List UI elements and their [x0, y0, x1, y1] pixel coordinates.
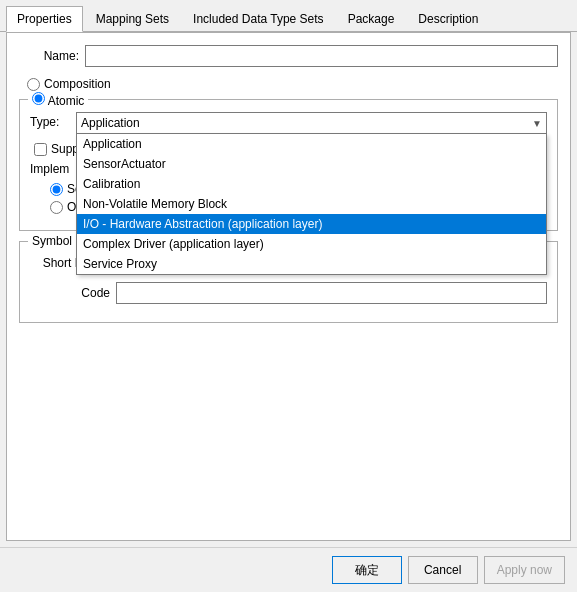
type-selected-value: Application [81, 116, 140, 130]
dropdown-item-service-proxy[interactable]: Service Proxy [77, 254, 546, 274]
dropdown-item-sensor-actuator[interactable]: SensorActuator [77, 154, 546, 174]
dropdown-arrow-icon: ▼ [532, 118, 542, 129]
composition-radio[interactable] [27, 78, 40, 91]
name-input[interactable] [85, 45, 558, 67]
tab-included-data-type-sets[interactable]: Included Data Type Sets [182, 6, 335, 31]
tab-package[interactable]: Package [337, 6, 406, 31]
atomic-label: Atomic [48, 94, 85, 108]
tab-mapping-sets[interactable]: Mapping Sets [85, 6, 180, 31]
atomic-group: Atomic Type: Application ▼ Application S… [19, 99, 558, 231]
name-label: Name: [19, 49, 79, 63]
type-dropdown[interactable]: Application ▼ [76, 112, 547, 134]
apply-button[interactable]: Apply now [484, 556, 565, 584]
type-label: Type: [30, 112, 70, 129]
type-dropdown-container: Application ▼ Application SensorActuator… [76, 112, 547, 134]
footer: 确定 Cancel Apply now [0, 547, 577, 592]
tab-description[interactable]: Description [407, 6, 489, 31]
name-row: Name: [19, 45, 558, 67]
type-dropdown-list: Application SensorActuator Calibration N… [76, 134, 547, 275]
code-row: Code [30, 282, 547, 304]
confirm-button[interactable]: 确定 [332, 556, 402, 584]
symbol-group-title: Symbol [28, 234, 76, 248]
tab-bar: Properties Mapping Sets Included Data Ty… [0, 0, 577, 32]
dropdown-item-calibration[interactable]: Calibration [77, 174, 546, 194]
impl-label: Implem [30, 162, 69, 176]
composition-radio-row: Composition [27, 77, 558, 91]
object-code-radio[interactable] [50, 201, 63, 214]
atomic-group-title: Atomic [28, 92, 88, 108]
code-input[interactable] [116, 282, 547, 304]
cancel-button[interactable]: Cancel [408, 556, 478, 584]
dropdown-item-application[interactable]: Application [77, 134, 546, 154]
properties-panel: Name: Composition Atomic Type: Applicati… [6, 32, 571, 541]
supp-checkbox[interactable] [34, 143, 47, 156]
composition-label: Composition [44, 77, 111, 91]
atomic-radio[interactable] [32, 92, 45, 105]
dropdown-item-io-hal[interactable]: I/O - Hardware Abstraction (application … [77, 214, 546, 234]
software-radio[interactable] [50, 183, 63, 196]
dropdown-item-nvm-block[interactable]: Non-Volatile Memory Block [77, 194, 546, 214]
supp-label: Supp [51, 142, 79, 156]
dialog: Properties Mapping Sets Included Data Ty… [0, 0, 577, 592]
type-row: Type: Application ▼ Application SensorAc… [30, 112, 547, 134]
dropdown-item-complex-driver[interactable]: Complex Driver (application layer) [77, 234, 546, 254]
tab-properties[interactable]: Properties [6, 6, 83, 32]
code-label: Code [30, 286, 110, 300]
